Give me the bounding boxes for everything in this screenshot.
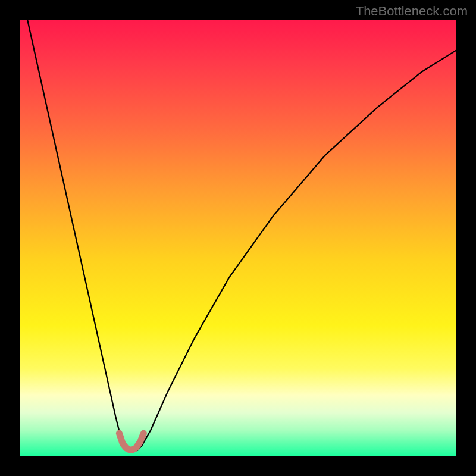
dip-marker [119,433,143,450]
watermark-text: TheBottleneck.com [356,4,468,19]
curve-layer [20,20,456,456]
plot-area [20,20,456,456]
chart-frame: TheBottleneck.com [0,0,476,476]
bottleneck-curve [20,20,456,451]
